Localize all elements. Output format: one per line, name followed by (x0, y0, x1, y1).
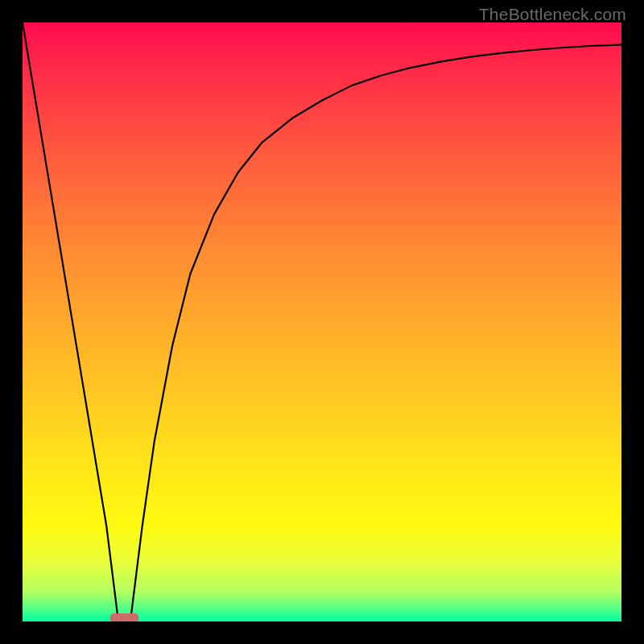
chart-svg (23, 23, 621, 621)
bottleneck-curve (23, 23, 621, 621)
optimal-marker (110, 613, 139, 621)
chart-frame: TheBottleneck.com (0, 0, 644, 644)
plot-area (23, 23, 621, 621)
watermark-text: TheBottleneck.com (479, 5, 626, 24)
